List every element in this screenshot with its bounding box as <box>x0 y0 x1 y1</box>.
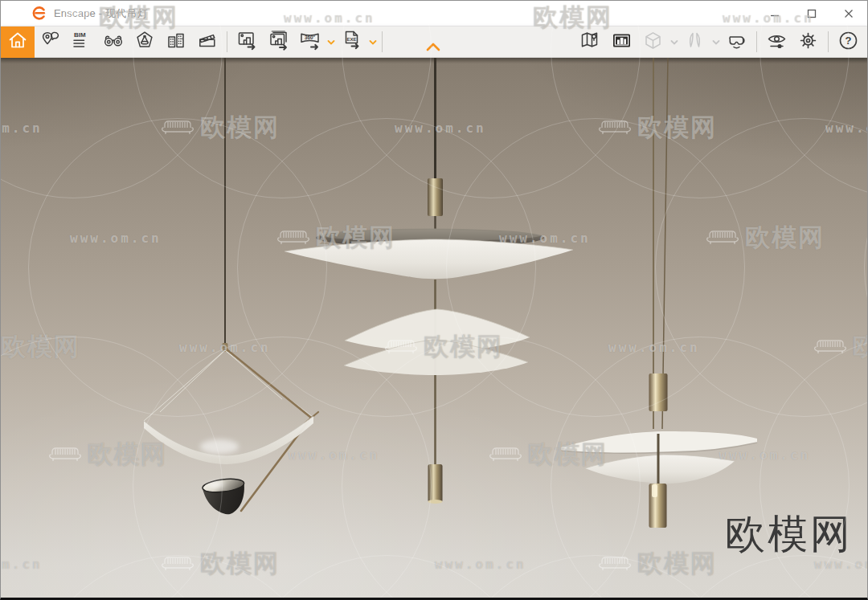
batch-export-button[interactable] <box>263 27 294 58</box>
clapperboard-icon <box>197 30 218 54</box>
home-icon <box>7 30 28 54</box>
eye-slider-icon <box>766 30 788 55</box>
bim-list-icon: BIM <box>72 30 92 54</box>
maximize-button[interactable] <box>793 1 830 27</box>
video-editor-button[interactable] <box>191 27 223 58</box>
enscape-objects-button[interactable] <box>129 27 160 58</box>
exe-dropdown[interactable] <box>367 27 378 58</box>
cube-icon <box>642 30 664 55</box>
render-viewport[interactable] <box>1 58 868 598</box>
gear-icon <box>797 30 819 55</box>
svg-text:EXE: EXE <box>346 37 356 42</box>
enscape-logo-icon <box>31 6 47 22</box>
help-button[interactable]: ? <box>833 27 864 58</box>
pendant-lamps-render <box>1 58 868 598</box>
chevron-down-icon <box>712 35 720 49</box>
question-mark-icon: ? <box>837 30 859 55</box>
svg-text:360°: 360° <box>304 35 315 40</box>
chevron-down-icon <box>670 35 678 49</box>
toolbar-separator <box>756 31 757 52</box>
render-window-button[interactable] <box>606 27 637 58</box>
minimap-button[interactable] <box>575 27 606 58</box>
buildings-icon <box>166 30 186 54</box>
right-pendant-lamp <box>561 58 757 528</box>
binoculars-icon <box>103 30 124 54</box>
enscape-window: Enscape - 现代吊灯 <box>0 0 868 600</box>
batch-image-export-icon <box>268 29 290 55</box>
toolbar-separator <box>382 31 383 52</box>
white-mode-button[interactable] <box>637 27 669 58</box>
map-pin-bubble-icon <box>40 30 61 54</box>
center-pendant-lamp <box>285 58 573 504</box>
toolbar-separator <box>227 31 227 52</box>
collapse-toolbar-button[interactable] <box>424 42 442 55</box>
vr-headset-icon <box>726 30 747 55</box>
panorama-dropdown[interactable] <box>326 27 336 58</box>
chevron-down-icon <box>369 35 377 49</box>
titlebar: Enscape - 现代吊灯 <box>1 1 867 27</box>
visual-settings-button[interactable] <box>761 27 792 58</box>
toolbar-separator <box>828 31 829 52</box>
exe-export-button[interactable]: EXE <box>336 27 367 58</box>
exe-export-icon: EXE <box>341 29 363 55</box>
fly-mode-dropdown[interactable] <box>710 27 721 58</box>
svg-text:BIM: BIM <box>74 31 86 39</box>
image-export-icon <box>236 29 259 55</box>
site-context-button[interactable] <box>160 27 191 58</box>
left-pendant-lamp <box>144 58 318 517</box>
cone-object-icon <box>134 30 155 54</box>
window-title: Enscape - 现代吊灯 <box>54 6 148 21</box>
panorama-export-button[interactable]: 360° <box>294 27 326 58</box>
minimap-icon <box>579 30 601 55</box>
minimize-button[interactable] <box>756 1 793 27</box>
fly-mode-button[interactable] <box>679 27 710 58</box>
chevron-up-icon <box>425 41 441 55</box>
render-frame-icon <box>611 30 633 55</box>
settings-button[interactable] <box>792 27 824 58</box>
close-button[interactable] <box>830 1 867 27</box>
toolbar: BIM <box>1 27 867 58</box>
wings-icon <box>684 30 706 55</box>
vr-headset-button[interactable] <box>721 27 752 58</box>
panorama-360-icon: 360° <box>298 29 322 55</box>
home-button[interactable] <box>1 27 35 58</box>
svg-text:?: ? <box>845 35 852 47</box>
screenshot-export-button[interactable] <box>231 27 263 58</box>
bim-info-button[interactable]: BIM <box>66 27 97 58</box>
white-mode-dropdown[interactable] <box>669 27 679 58</box>
tour-poi-button[interactable] <box>35 27 66 58</box>
binoculars-button[interactable] <box>97 27 129 58</box>
chevron-down-icon <box>327 35 335 49</box>
